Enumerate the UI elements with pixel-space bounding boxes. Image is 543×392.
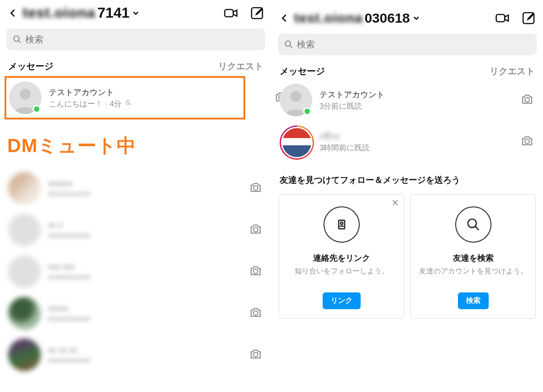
back-button[interactable] bbox=[6, 6, 20, 20]
conversation-row[interactable]: xx xxxxxxxxxxxx bbox=[5, 209, 267, 251]
conversation-name: x界xx bbox=[319, 131, 512, 142]
card-link-contacts: ✕ 連絡先をリンク 知り合いをフォローしよう。 リンク bbox=[279, 194, 404, 319]
avatar-story[interactable] bbox=[280, 125, 312, 158]
tab-messages[interactable]: メッセージ bbox=[8, 60, 53, 72]
compose-button[interactable] bbox=[520, 10, 537, 26]
avatar bbox=[280, 84, 312, 116]
camera-button[interactable] bbox=[248, 306, 263, 321]
contacts-icon bbox=[324, 206, 360, 243]
avatar bbox=[8, 339, 41, 371]
conversation-row[interactable]: テストアカウント 3分前に既読 bbox=[276, 79, 538, 121]
search-icon bbox=[455, 206, 491, 243]
camera-icon bbox=[249, 306, 262, 319]
username-suffix: 7141 bbox=[97, 5, 129, 21]
svg-line-24 bbox=[475, 226, 479, 230]
annotation-label: DMミュート中 bbox=[5, 120, 267, 167]
camera-icon bbox=[249, 181, 262, 194]
conversation-row[interactable]: x界xx 3時間前に既読 bbox=[276, 121, 538, 163]
avatar bbox=[8, 172, 41, 205]
camera-button[interactable] bbox=[248, 347, 263, 363]
story-ring-icon bbox=[280, 125, 314, 160]
username-blur: test.oiona bbox=[294, 10, 363, 26]
video-call-button[interactable] bbox=[494, 10, 510, 26]
chevron-down-icon bbox=[131, 5, 140, 21]
search-input[interactable] bbox=[297, 39, 530, 50]
conversation-name: テストアカウント bbox=[49, 87, 241, 98]
avatar bbox=[8, 255, 41, 288]
presence-dot bbox=[33, 105, 41, 113]
suggestion-cards: ✕ 連絡先をリンク 知り合いをフォローしよう。 リンク 友達を検索 友達のアカウ… bbox=[276, 194, 538, 319]
tab-requests[interactable]: リクエスト bbox=[218, 60, 263, 72]
conversation-row[interactable]: xx xx xxxxxxxxxxxxx bbox=[5, 334, 267, 376]
conversation-text: テストアカウント こんにちはー！ · 4分 bbox=[49, 87, 241, 109]
camera-button[interactable] bbox=[519, 134, 535, 149]
back-button[interactable] bbox=[278, 11, 291, 25]
card-title: 友達を検索 bbox=[453, 253, 494, 263]
svg-point-19 bbox=[525, 97, 529, 102]
svg-point-10 bbox=[253, 269, 258, 273]
header-actions bbox=[494, 10, 537, 26]
camera-icon bbox=[520, 92, 534, 106]
presence-dot bbox=[303, 107, 311, 115]
camera-icon bbox=[249, 264, 262, 277]
conversation-row-highlighted[interactable]: テストアカウント こんにちはー！ · 4分 bbox=[5, 76, 245, 120]
camera-icon bbox=[520, 134, 534, 148]
camera-button[interactable] bbox=[248, 222, 263, 238]
camera-icon bbox=[249, 347, 262, 361]
tab-requests[interactable]: リクエスト bbox=[490, 65, 535, 77]
account-switcher[interactable]: test.oiona7141 bbox=[23, 5, 220, 21]
conversation-status: 3分前に既読 bbox=[319, 101, 512, 111]
card-subtitle: 友達のアカウントを見つけよう。 bbox=[419, 266, 528, 276]
svg-point-2 bbox=[14, 36, 19, 42]
header: test.oiona7141 bbox=[5, 3, 267, 26]
dm-tabs: メッセージ リクエスト bbox=[276, 55, 538, 79]
svg-rect-0 bbox=[225, 10, 233, 17]
avatar bbox=[8, 214, 41, 246]
video-call-button[interactable] bbox=[223, 5, 239, 21]
svg-point-12 bbox=[253, 352, 258, 357]
camera-button[interactable] bbox=[519, 92, 535, 108]
close-button[interactable]: ✕ bbox=[391, 198, 399, 207]
compose-button[interactable] bbox=[249, 5, 265, 21]
link-button[interactable]: リンク bbox=[323, 292, 361, 309]
conversation-row[interactable]: xxxxxxxxxxxxxxxxx bbox=[5, 167, 267, 209]
camera-button[interactable] bbox=[248, 181, 263, 196]
svg-point-9 bbox=[253, 227, 258, 232]
svg-point-15 bbox=[286, 41, 291, 47]
search-button[interactable]: 検索 bbox=[458, 292, 489, 309]
dm-tabs: メッセージ リクエスト bbox=[5, 50, 267, 74]
svg-point-18 bbox=[291, 91, 301, 102]
account-switcher[interactable]: test.oiona030618 bbox=[294, 10, 491, 26]
chevron-left-icon bbox=[280, 13, 290, 23]
header: test.oiona030618 bbox=[276, 8, 538, 31]
conversation-row[interactable]: xxx xxxxxxxxxxxxxx bbox=[5, 251, 267, 292]
avatar bbox=[281, 127, 313, 158]
search-bar[interactable] bbox=[278, 33, 537, 55]
conversation-name: テストアカウント bbox=[319, 89, 512, 100]
suggestions-title: 友達を見つけてフォロー＆メッセージを送ろう bbox=[276, 163, 538, 194]
video-icon bbox=[224, 6, 238, 20]
card-subtitle: 知り合いをフォローしよう。 bbox=[295, 266, 389, 276]
svg-point-23 bbox=[468, 219, 476, 228]
search-bar[interactable] bbox=[6, 29, 265, 50]
card-title: 連絡先をリンク bbox=[313, 253, 370, 263]
chevron-down-icon bbox=[412, 10, 421, 26]
svg-rect-13 bbox=[496, 14, 505, 22]
search-input[interactable] bbox=[25, 34, 259, 45]
tab-messages[interactable]: メッセージ bbox=[280, 65, 325, 77]
svg-point-22 bbox=[340, 222, 343, 225]
svg-line-3 bbox=[19, 41, 21, 43]
svg-point-20 bbox=[525, 139, 529, 143]
svg-point-11 bbox=[253, 311, 258, 315]
svg-point-5 bbox=[20, 89, 31, 100]
dm-screen-muted: test.oiona7141 メッセージ リクエスト bbox=[0, 0, 272, 392]
conversation-status: 3時間前に既読 bbox=[319, 143, 512, 153]
dm-screen-other-account: test.oiona030618 メッセージ リクエスト テストアカウント bbox=[272, 0, 543, 392]
username-suffix: 030618 bbox=[365, 10, 410, 26]
camera-button[interactable] bbox=[248, 264, 263, 279]
card-search-friends: 友達を検索 友達のアカウントを見つけよう。 検索 bbox=[410, 194, 536, 319]
conversation-row[interactable]: xxxxxxxxxxxxxxxx bbox=[5, 292, 267, 334]
avatar bbox=[8, 297, 41, 330]
search-icon bbox=[284, 40, 293, 49]
compose-icon bbox=[250, 6, 264, 20]
